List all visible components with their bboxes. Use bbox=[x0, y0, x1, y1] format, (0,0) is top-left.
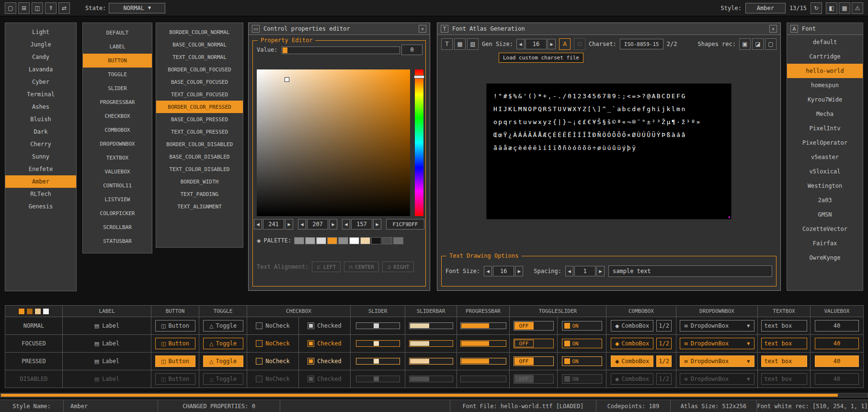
valuebox-preview-disabled[interactable]: 40 bbox=[815, 373, 859, 385]
slider-preview-normal[interactable] bbox=[356, 322, 400, 329]
combobox-count-button[interactable]: 1/2 bbox=[656, 355, 672, 367]
checkbox-icon[interactable] bbox=[256, 340, 263, 347]
palette-swatch[interactable] bbox=[305, 237, 315, 244]
control-item-dropdownbox[interactable]: DROPDOWNBOX bbox=[83, 137, 152, 151]
font-item-pixeloperator[interactable]: PixelOperator bbox=[787, 136, 863, 150]
dropdownbox-preview-pressed[interactable]: ≡DropdownBox▼ bbox=[680, 355, 754, 367]
spinner-value[interactable]: 157 bbox=[351, 219, 372, 229]
valuebox-preview-focused[interactable]: 40 bbox=[815, 338, 859, 349]
font-item-2a03[interactable]: 2a03 bbox=[787, 193, 863, 207]
sliderbar-preview-normal[interactable] bbox=[409, 322, 453, 329]
combobox-preview-pressed[interactable]: ◆ComboBox bbox=[611, 355, 653, 367]
dropdownbox-preview-normal[interactable]: ≡DropdownBox▼ bbox=[680, 320, 754, 332]
scrollbar-thumb[interactable] bbox=[1, 394, 838, 397]
control-item-statusbar[interactable]: STATUSBAR bbox=[83, 234, 152, 248]
font-item-owrekynge[interactable]: OwreKynge bbox=[787, 251, 863, 265]
checkbox-icon[interactable] bbox=[256, 376, 263, 382]
checkbox-checked-icon[interactable] bbox=[308, 376, 314, 382]
font-size-value[interactable]: 16 bbox=[493, 266, 514, 276]
property-item-base-color-disabled[interactable]: BASE_COLOR_DISABLED bbox=[156, 150, 243, 163]
toggle-preview-focused[interactable]: △Toggle bbox=[203, 338, 243, 349]
palette-swatch[interactable] bbox=[294, 237, 304, 244]
combobox-preview-disabled[interactable]: ◆ComboBox bbox=[611, 373, 653, 385]
font-item-hello-world[interactable]: hello-world bbox=[787, 64, 863, 78]
value-box[interactable]: 0 bbox=[401, 45, 423, 55]
combobox-count-button[interactable]: 1/2 bbox=[656, 373, 672, 385]
combobox-count-button[interactable]: 1/2 bbox=[656, 338, 672, 349]
hue-slider-handle[interactable] bbox=[414, 75, 424, 79]
style-name-dropdown[interactable]: Amber bbox=[745, 3, 786, 13]
toggleslider-on-preview-focused[interactable]: ON bbox=[562, 339, 602, 348]
property-item-text-color-normal[interactable]: TEXT_COLOR_NORMAL bbox=[156, 51, 243, 63]
align-center-button[interactable]: ⊓CENTER bbox=[344, 262, 379, 272]
slider-preview-disabled[interactable] bbox=[356, 376, 400, 382]
atlas-preview-button[interactable]: ▦ bbox=[454, 38, 466, 50]
control-item-control11[interactable]: CONTROL11 bbox=[83, 179, 152, 193]
spacing-increase-button[interactable]: ▶ bbox=[596, 266, 605, 276]
dropdownbox-preview-disabled[interactable]: ≡DropdownBox▼ bbox=[680, 373, 754, 385]
style-item-amber[interactable]: Amber bbox=[5, 175, 76, 188]
font-item-gmsn[interactable]: GMSN bbox=[787, 207, 863, 222]
property-item-border-color-normal[interactable]: BORDER_COLOR_NORMAL bbox=[156, 26, 243, 38]
checkbox-checked-icon[interactable] bbox=[308, 322, 314, 329]
toggle-preview-pressed[interactable]: △Toggle bbox=[203, 355, 243, 367]
style-item-sunny[interactable]: Sunny bbox=[5, 150, 76, 163]
export-style-button[interactable]: ⇑ bbox=[45, 2, 57, 14]
load-charset-button[interactable]: A bbox=[559, 38, 571, 50]
sliderbar-preview-focused[interactable] bbox=[409, 340, 453, 347]
close-icon[interactable]: × bbox=[419, 25, 426, 33]
property-item-text-padding[interactable]: TEXT_PADDING bbox=[156, 188, 243, 200]
spinner-decrease-button[interactable]: ◀ bbox=[254, 219, 262, 229]
spinner-decrease-button[interactable]: ◀ bbox=[298, 219, 306, 229]
gen-size-increase-button[interactable]: ▶ bbox=[548, 39, 556, 49]
open-style-button[interactable]: ⊞ bbox=[18, 2, 30, 14]
sliderbar-preview-disabled[interactable] bbox=[409, 376, 453, 382]
checkbox-icon[interactable] bbox=[256, 322, 263, 329]
align-right-button[interactable]: ⊐RIGHT bbox=[382, 262, 414, 272]
spacing-decrease-button[interactable]: ◀ bbox=[565, 266, 573, 276]
toggleslider-off-preview-focused[interactable]: OFF bbox=[514, 339, 554, 348]
control-item-slider[interactable]: SLIDER bbox=[83, 81, 152, 95]
spinner-increase-button[interactable]: ▶ bbox=[373, 219, 381, 229]
style-item-lavanda[interactable]: Lavanda bbox=[5, 63, 76, 76]
toggleslider-off-preview-normal[interactable]: OFF bbox=[514, 321, 554, 331]
font-item-kyrou7wide[interactable]: Kyrou7Wide bbox=[787, 92, 863, 107]
control-item-scrollbar[interactable]: SCROLLBAR bbox=[83, 220, 152, 234]
font-item-cartridge[interactable]: Cartridge bbox=[787, 49, 863, 64]
button-preview-focused[interactable]: ◫Button bbox=[155, 338, 195, 349]
progressbar-preview-normal[interactable] bbox=[460, 322, 506, 329]
progressbar-preview-disabled[interactable] bbox=[460, 376, 506, 382]
palette-swatch[interactable] bbox=[382, 237, 392, 244]
property-item-text-color-focused[interactable]: TEXT_COLOR_FOCUSED bbox=[156, 88, 243, 101]
control-item-textbox[interactable]: TEXTBOX bbox=[83, 151, 152, 165]
shapes-rec-white-button[interactable]: ▣ bbox=[739, 38, 751, 50]
control-item-button[interactable]: BUTTON bbox=[83, 54, 152, 68]
state-dropdown[interactable]: NORMAL ▼ bbox=[109, 3, 165, 13]
font-item-v5easter[interactable]: v5easter bbox=[787, 150, 863, 164]
reload-style-button[interactable]: ↻ bbox=[811, 2, 822, 14]
toggleslider-on-preview-disabled[interactable]: ON bbox=[562, 374, 602, 384]
slider-preview-pressed[interactable] bbox=[356, 358, 400, 365]
property-item-base-color-normal[interactable]: BASE_COLOR_NORMAL bbox=[156, 38, 243, 51]
font-item-v5loxical[interactable]: v5loxical bbox=[787, 164, 863, 179]
toggleslider-on-preview-normal[interactable]: ON bbox=[562, 321, 602, 331]
progressbar-preview-focused[interactable] bbox=[460, 340, 506, 347]
font-size-increase-button[interactable]: ▶ bbox=[515, 266, 523, 276]
hex-color-value[interactable]: F1CF9DFF bbox=[386, 219, 424, 229]
gen-size-decrease-button[interactable]: ◀ bbox=[516, 39, 525, 49]
checkbox-checked-icon[interactable] bbox=[308, 340, 314, 347]
new-style-button[interactable]: ▢ bbox=[5, 2, 16, 14]
button-preview-disabled[interactable]: ◫Button bbox=[155, 373, 195, 385]
toggle-preview-normal[interactable]: △Toggle bbox=[203, 320, 243, 332]
valuebox-preview-normal[interactable]: 40 bbox=[815, 320, 859, 332]
control-item-listview[interactable]: LISTVIEW bbox=[83, 193, 152, 206]
grid-mode-button[interactable]: ▦ bbox=[839, 2, 850, 14]
control-item-default[interactable]: DEFAULT bbox=[83, 26, 152, 40]
control-item-valuebox[interactable]: VALUEBOX bbox=[83, 165, 152, 179]
color-picker-cursor[interactable] bbox=[285, 77, 289, 82]
spinner-value[interactable]: 207 bbox=[307, 219, 328, 229]
property-item-text-color-pressed[interactable]: TEXT_COLOR_PRESSED bbox=[156, 126, 243, 138]
toggleslider-on-preview-pressed[interactable]: ON bbox=[562, 356, 602, 366]
palette-swatch[interactable] bbox=[371, 237, 381, 244]
property-item-border-color-disabled[interactable]: BORDER_COLOR_DISABLED bbox=[156, 138, 243, 150]
